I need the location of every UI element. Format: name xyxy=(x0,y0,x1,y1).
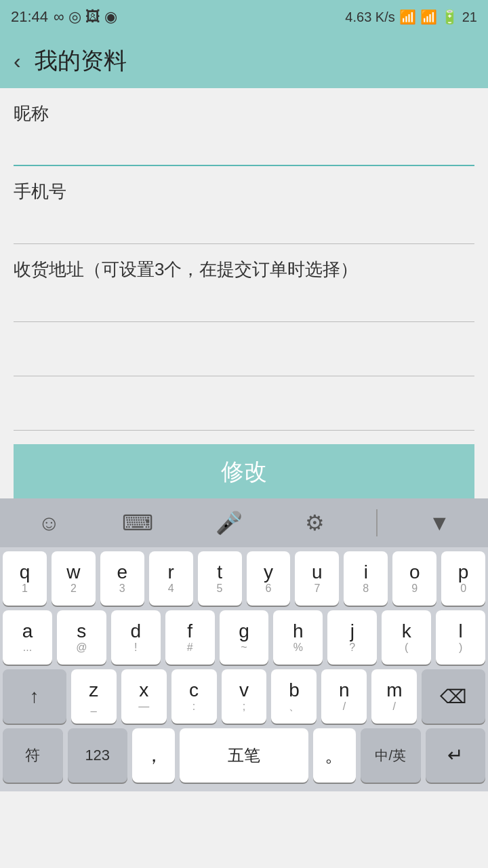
title-bar: ‹ 我的资料 xyxy=(0,34,488,88)
key-v[interactable]: v; xyxy=(222,669,267,724)
key-r[interactable]: r4 xyxy=(149,551,193,606)
status-time: 21:44 xyxy=(11,8,48,26)
key-x[interactable]: x— xyxy=(121,669,167,724)
address-input-2[interactable] xyxy=(14,342,474,376)
key-u[interactable]: u7 xyxy=(295,551,339,606)
status-wifi-icon: 📶 xyxy=(399,9,416,25)
keyboard-switch-button[interactable]: ⌨ xyxy=(111,503,164,542)
key-e[interactable]: e3 xyxy=(100,551,144,606)
phone-label: 手机号 xyxy=(14,180,474,203)
lang-switch-key[interactable]: 中/英 xyxy=(361,728,420,783)
settings-button[interactable]: ⚙ xyxy=(294,503,336,542)
nickname-input[interactable] xyxy=(14,132,474,166)
status-right: 4.63 K/s 📶 📶 🔋 21 xyxy=(345,9,477,25)
status-icons: ∞ ◎ 🖼 ◉ xyxy=(54,8,117,26)
keyboard-row-2: a... s@ d! f# g~ h% j? k( l) xyxy=(3,610,485,665)
period-key[interactable]: 。 xyxy=(313,728,356,783)
enter-key[interactable]: ↵ xyxy=(426,728,485,783)
keyboard-toolbar: ☺ ⌨ 🎤 ⚙ ▼ xyxy=(0,498,488,547)
key-l[interactable]: l) xyxy=(436,610,485,665)
status-bar: 21:44 ∞ ◎ 🖼 ◉ 4.63 K/s 📶 📶 🔋 21 xyxy=(0,0,488,34)
emoji-button[interactable]: ☺ xyxy=(27,504,71,542)
toolbar-divider xyxy=(376,509,378,536)
key-k[interactable]: k( xyxy=(382,610,431,665)
wubi-key[interactable]: 五笔 xyxy=(180,728,308,783)
key-g[interactable]: g~ xyxy=(220,610,269,665)
key-z[interactable]: z_ xyxy=(71,669,117,724)
phone-input[interactable] xyxy=(14,210,474,244)
address-input-1[interactable] xyxy=(14,288,474,322)
key-t[interactable]: t5 xyxy=(198,551,242,606)
nickname-label: 昵称 xyxy=(14,102,474,125)
key-q[interactable]: q1 xyxy=(3,551,47,606)
form-area: 昵称 手机号 收货地址（可设置3个，在提交订单时选择） 修改 xyxy=(0,88,488,498)
key-i[interactable]: i8 xyxy=(344,551,388,606)
status-battery-level: 21 xyxy=(462,9,477,25)
status-speed: 4.63 K/s xyxy=(345,9,394,25)
shift-key[interactable]: ↑ xyxy=(3,669,66,724)
back-button[interactable]: ‹ xyxy=(14,49,21,74)
keyboard-row-3: ↑ z_ x— c: v; b、 n/ m/ ⌫ xyxy=(3,669,485,724)
keyboard: ☺ ⌨ 🎤 ⚙ ▼ q1 w2 e3 r4 t5 y6 u7 i8 o9 p0 … xyxy=(0,498,488,791)
keyboard-row-4: 符 123 ， 五笔 。 中/英 ↵ xyxy=(3,728,485,783)
modify-button[interactable]: 修改 xyxy=(14,444,474,498)
symbol-key[interactable]: 符 xyxy=(3,728,62,783)
key-o[interactable]: o9 xyxy=(392,551,436,606)
mic-button[interactable]: 🎤 xyxy=(205,503,253,542)
key-d[interactable]: d! xyxy=(111,610,161,665)
address-field-group: 收货地址（可设置3个，在提交订单时选择） xyxy=(14,244,474,431)
page-title: 我的资料 xyxy=(35,45,127,77)
nickname-field-group: 昵称 xyxy=(14,88,474,166)
backspace-key[interactable]: ⌫ xyxy=(422,669,485,724)
phone-field-group: 手机号 xyxy=(14,166,474,244)
key-b[interactable]: b、 xyxy=(271,669,317,724)
key-m[interactable]: m/ xyxy=(371,669,417,724)
status-signal-icon: 📶 xyxy=(420,9,437,25)
key-j[interactable]: j? xyxy=(327,610,377,665)
address-input-3[interactable] xyxy=(14,397,474,431)
comma-key[interactable]: ， xyxy=(132,728,175,783)
keyboard-row-1: q1 w2 e3 r4 t5 y6 u7 i8 o9 p0 xyxy=(3,551,485,606)
key-a[interactable]: a... xyxy=(3,610,52,665)
key-s[interactable]: s@ xyxy=(57,610,106,665)
key-y[interactable]: y6 xyxy=(247,551,291,606)
hide-keyboard-button[interactable]: ▼ xyxy=(418,504,461,542)
keyboard-rows: q1 w2 e3 r4 t5 y6 u7 i8 o9 p0 a... s@ d!… xyxy=(0,547,488,791)
address-label: 收货地址（可设置3个，在提交订单时选择） xyxy=(14,258,474,281)
key-n[interactable]: n/ xyxy=(321,669,367,724)
key-f[interactable]: f# xyxy=(165,610,215,665)
number-key[interactable]: 123 xyxy=(68,728,127,783)
status-battery-icon: 🔋 xyxy=(441,9,458,25)
key-p[interactable]: p0 xyxy=(441,551,485,606)
key-w[interactable]: w2 xyxy=(52,551,96,606)
key-c[interactable]: c: xyxy=(171,669,217,724)
key-h[interactable]: h% xyxy=(273,610,323,665)
status-left: 21:44 ∞ ◎ 🖼 ◉ xyxy=(11,8,117,26)
